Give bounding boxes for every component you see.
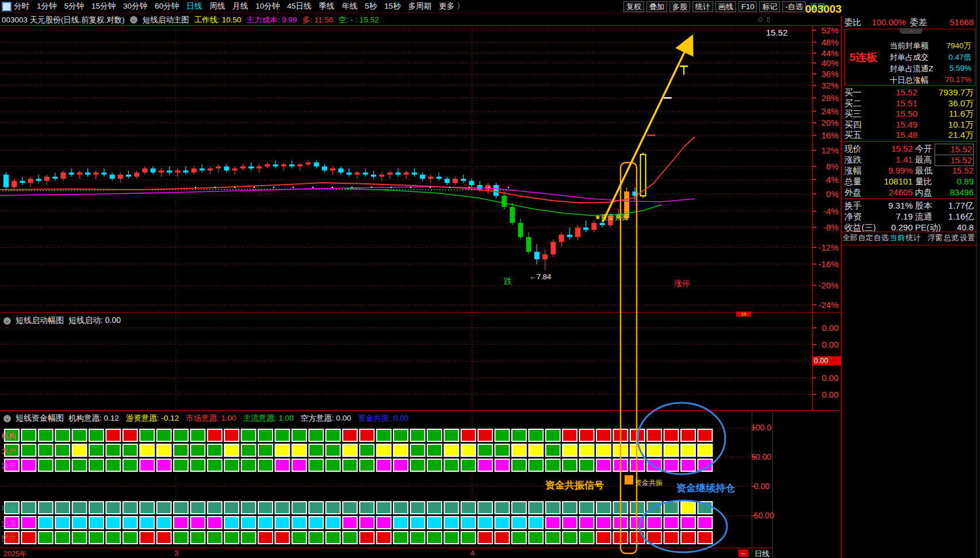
sidebar-tab-总览[interactable]: 总览 [944,233,959,243]
main-axis-label-16%: 16% [813,130,839,140]
bid-row-买三: 买三15.5011.6万 [841,109,976,119]
main-axis-label-52%: 52% [813,25,839,35]
timebar-dash-badge[interactable]: -- [738,549,748,557]
bid-price: 15.49 [876,120,917,130]
seal-label: 当前封单额 [890,41,929,51]
sidebar-tabs: 全部自定自选当前统计浮窗总览设置 [841,233,976,243]
star-signal-label: ★资金共振 [595,213,629,222]
stat-row: 现价15.52今开15.52 [841,144,976,154]
sidebar-tab-全部[interactable]: 全部 [843,233,858,243]
main-axis-label--24%: -24% [813,300,839,310]
sidebar-tab-当前[interactable]: 当前 [890,233,905,243]
mid-panel-value: 短线启动: 0.00 [68,315,121,326]
bottom-panel-header: ⌄ 短线资金幅图 机构意愿: 0.12游资意愿: -0.12市场意愿: 1.00… [3,413,408,424]
main-axis-label-44%: 44% [813,48,839,58]
seal-row-十日总涨幅: 十日总涨幅70.17% [890,75,973,87]
b-panel-stats: 机构意愿: 0.12游资意愿: -0.12市场意愿: 1.00主流意愿: 1.0… [68,413,408,424]
sidebar-tab-设置[interactable]: 设置 [960,233,975,243]
bid-amount: 7939.7万 [922,87,974,98]
b-panel-stat: 主流意愿: 1.00 [243,413,294,424]
mid-axis-label: 0.00 [813,323,839,333]
hold-funds-label: 资金继续持仓 [676,482,735,495]
fund-row-label-空方: 空方 [1,533,16,544]
timebar-period[interactable]: 日线 [755,549,770,558]
b-panel-title: 短线资金幅图 [16,413,64,424]
stat-label-总量: 总量 [844,176,862,187]
main-axis-label--12%: -12% [813,243,839,252]
weibi-label: 委比 [844,17,862,28]
seal-label: 封单占流通Z [890,64,933,74]
main-axis-label-40%: 40% [813,58,839,68]
stat-label-净资: 净资 [844,211,862,222]
resonance-signal-label: 资金共振信号 [545,479,604,492]
fund-row-label-大户: 大户 [1,446,16,456]
stat-value-最高: 15.52 [935,155,974,166]
main-axis-label-24%: 24% [813,106,839,116]
low-price-label: ←7.84 [529,272,551,281]
b-axis-label-100.0: 100.0 [751,423,770,432]
main-axis-label-8%: 8% [813,161,839,171]
bid-amount: 21.4万 [922,130,974,140]
seal-value: 70.17% [945,75,971,84]
stat-label-外盘: 外盘 [844,187,862,198]
timebar-month-4: 4 [470,549,474,557]
bid-label: 买四 [844,120,862,130]
bid-price: 15.51 [876,98,917,109]
sidebar-tab-浮窗[interactable]: 浮窗 [928,233,943,243]
stat-row: 总量108101量比0.89 [841,176,976,187]
stock-code: 003003 [805,3,841,15]
stat-label-内盘: 内盘 [915,187,932,198]
b-axis-label-50.00: 50.00 [751,452,770,461]
mid-panel-header: ⌄ 短线启动幅图 短线启动: 0.00 [3,315,121,326]
stat-value-今开: 15.52 [935,144,974,155]
fund-row-label-游资: 游资 [1,461,16,471]
collapse-tab-icon[interactable]: ︿ [899,28,922,34]
stat-value-涨跌: 1.41 [871,155,913,165]
b-panel-stat: 市场意愿: 1.00 [186,413,236,424]
stat-row: 换手9.31%股本1.77亿 [841,201,976,211]
stat-label-最低: 最低 [915,166,932,176]
seal-row-封单占成交: 封单占成交0.47倍 [890,52,973,64]
bid-label: 买五 [844,130,862,140]
stat-value-现价: 15.52 [871,144,913,154]
main-axis-label-32%: 32% [813,80,839,90]
b-axis-label--50.00: -50.00 [751,511,770,520]
seal-value: 7940万 [946,41,971,51]
stat-value-净资: 7.19 [871,211,913,222]
bid-label: 买三 [844,109,862,119]
sidebar-tab-自选[interactable]: 自选 [874,233,889,243]
weibi-value: 100.00% [868,17,906,28]
sidebar-tab-自定[interactable]: 自定 [858,233,873,243]
fall-marker: 跌 [504,276,512,287]
stat-label-股本: 股本 [915,201,932,211]
weicha-label: 委差 [910,17,927,28]
timebar-month-3: 3 [174,549,178,557]
lianban-badge: 5连板 [849,50,878,65]
resonance-marker-icon [625,475,633,484]
stat-label-流通: 流通 [915,211,932,222]
mid-panel-title: 短线启动幅图 [16,315,64,326]
divider-tag: 15 [736,311,751,317]
quote-sidebar: 委比 100.00% 委差 51668 ︿ 5连板 当前封单额7940万封单占成… [841,0,976,558]
bid-row-买四: 买四15.4910.1万 [841,120,976,130]
main-axis-label-0%: 0% [813,189,839,199]
bid-amount: 10.1万 [922,120,974,130]
b-axis-label-0.00: 0.00 [751,482,770,491]
collapse-icon[interactable]: ⌄ [3,317,11,325]
b-panel-stat: 游资意愿: -0.12 [126,413,179,424]
panel-toggle-icon[interactable]: ▯ [767,16,770,23]
main-axis-label-12%: 12% [813,145,839,155]
main-axis-label-28%: 28% [813,93,839,103]
mid-axis-label: 0.00 [813,340,839,349]
mid-axis-current-value: 0.00 [813,356,842,365]
sidebar-tab-统计[interactable]: 统计 [906,233,921,243]
stat-value-总量: 108101 [871,176,913,187]
stat-label-今开: 今开 [915,144,932,154]
stat-value-量比: 0.89 [935,176,974,187]
bid-label: 买二 [844,98,862,109]
weibi-row: 委比 100.00% 委差 51668 [841,17,976,28]
collapse-icon[interactable]: ⌄ [3,415,11,422]
mid-axis-label: 0.00 [813,373,839,383]
stat-value-外盘: 24605 [871,187,913,198]
diamond-icon[interactable]: ◇ [758,16,763,23]
